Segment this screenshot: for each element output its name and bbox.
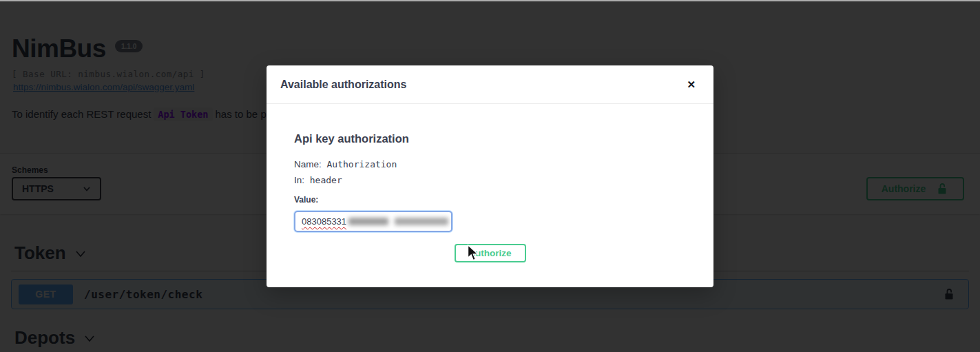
name-label: Name:	[294, 159, 322, 169]
modal-header: Available authorizations ✕	[267, 65, 713, 104]
api-key-redacted-blur	[348, 218, 448, 225]
modal-authorize-button[interactable]: Authorize	[455, 244, 526, 262]
api-key-visible-text: 083085331	[302, 216, 346, 227]
in-label: In:	[294, 175, 304, 185]
auth-name-row: Name: Authorization	[294, 159, 686, 169]
api-key-input[interactable]: 083085331	[294, 211, 452, 232]
value-label: Value:	[294, 195, 686, 205]
auth-scheme-title: Api key authorization	[294, 104, 686, 145]
modal-title: Available authorizations	[280, 79, 406, 91]
window-top-edge	[0, 0, 980, 1]
in-value: header	[310, 175, 342, 185]
modal-authorize-wrapper: Authorize	[294, 244, 686, 262]
close-icon[interactable]: ✕	[687, 79, 696, 91]
swagger-ui-screen: NimBus 1.1.0 [ Base URL: nimbus.wialon.c…	[0, 0, 980, 352]
name-value: Authorization	[327, 159, 397, 169]
auth-in-row: In: header	[294, 175, 686, 185]
authorizations-modal: Available authorizations ✕ Api key autho…	[267, 65, 713, 287]
modal-body: Api key authorization Name: Authorizatio…	[267, 104, 713, 262]
